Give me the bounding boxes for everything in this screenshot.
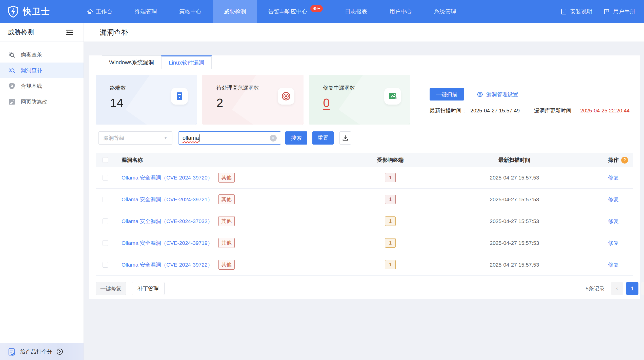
table-row: Ollama 安全漏洞（CVE-2024-37032）其他 1 2025-04-… <box>96 210 633 232</box>
vuln-settings-link[interactable]: 漏洞管理设置 <box>477 91 518 98</box>
vuln-level-select[interactable]: 漏洞等级 ▼ <box>98 131 172 145</box>
record-count: 5条记录 <box>586 285 605 292</box>
col-affected: 受影响终端 <box>360 156 421 164</box>
reset-button[interactable]: 重置 <box>312 131 334 145</box>
vuln-link[interactable]: Ollama 安全漏洞（CVE-2024-39722） <box>122 261 213 268</box>
table-row: Ollama 安全漏洞（CVE-2024-39719）其他 1 2025-04-… <box>96 232 633 254</box>
row-checkbox[interactable] <box>103 218 108 224</box>
scan-time: 2025-04-27 15:57:53 <box>421 240 608 246</box>
row-checkbox[interactable] <box>103 240 108 246</box>
vuln-link[interactable]: Ollama 安全漏洞（CVE-2024-39721） <box>122 196 213 203</box>
actions-panel: 一键扫描 漏洞管理设置 最新扫描时间： 2025-04-27 15:57:49 … <box>430 75 630 125</box>
nav-item-system-mgmt[interactable]: 系统管理 <box>423 0 468 23</box>
nav-item-workbench[interactable]: 工作台 <box>76 0 124 23</box>
sidebar-item-vuln-fix[interactable]: 漏洞查补 <box>0 63 84 78</box>
nav-item-alert-response[interactable]: 告警与响应中心 99+ <box>257 0 334 23</box>
affected-count-badge[interactable]: 1 <box>385 238 396 248</box>
vuln-link[interactable]: Ollama 安全漏洞（CVE-2024-39720） <box>122 174 213 181</box>
db-update-label: 漏洞库更新时间： <box>534 107 577 114</box>
patch-manage-button[interactable]: 补丁管理 <box>132 282 165 295</box>
document-icon <box>560 8 567 15</box>
shield-icon <box>8 82 16 90</box>
main-content: 漏洞查补 Windows系统漏洞 Linux软件漏洞 终端数 14 <box>84 23 644 360</box>
tab-bar: Windows系统漏洞 Linux软件漏洞 <box>102 55 633 69</box>
brand-logo: 快卫士 <box>0 0 76 23</box>
sidebar-header: 威胁检测 <box>0 23 84 42</box>
scan-times: 最新扫描时间： 2025-04-27 15:57:49 漏洞库更新时间： 202… <box>430 107 630 114</box>
sidebar-collapse-icon[interactable] <box>66 29 73 36</box>
tab-linux-vuln[interactable]: Linux软件漏洞 <box>161 55 212 69</box>
col-action: 操作 ? <box>608 156 633 164</box>
page-1-button[interactable]: 1 <box>626 282 638 295</box>
scan-time: 2025-04-27 15:57:53 <box>421 262 608 268</box>
stat-value-fixing-link[interactable]: 0 <box>323 96 355 110</box>
prev-page-button[interactable]: ‹ <box>611 282 623 295</box>
nav-item-terminal-mgmt[interactable]: 终端管理 <box>124 0 168 23</box>
db-update-value: 2025-04-25 22:20:44 <box>580 108 630 114</box>
vuln-scan-icon <box>8 67 16 74</box>
affected-count-badge[interactable]: 1 <box>385 216 396 226</box>
rate-product-button[interactable]: 给产品打个分 <box>0 343 84 360</box>
home-icon <box>87 9 93 15</box>
page-header: 漏洞查补 <box>84 23 644 42</box>
fix-link[interactable]: 修复 <box>608 196 619 203</box>
scan-time: 2025-04-27 15:57:53 <box>421 196 608 203</box>
stat-label: 待处理高危漏洞数 <box>216 84 259 91</box>
table-header: 漏洞名称 受影响终端 最新扫描时间 操作 ? <box>96 153 633 167</box>
row-checkbox[interactable] <box>103 175 108 181</box>
wrench-icon <box>384 88 401 105</box>
terminal-icon <box>171 88 188 105</box>
book-icon <box>603 8 610 15</box>
search-input[interactable]: ollama ✕ <box>178 131 281 145</box>
fix-link[interactable]: 修复 <box>608 261 619 268</box>
scan-button[interactable]: 一键扫描 <box>430 88 464 101</box>
fix-link[interactable]: 修复 <box>608 218 619 225</box>
help-icon[interactable]: ? <box>621 157 628 164</box>
last-scan-label: 最新扫描时间： <box>430 107 467 114</box>
install-guide-link[interactable]: 安装说明 <box>560 8 592 15</box>
fix-link[interactable]: 修复 <box>608 174 619 181</box>
stat-value-terminals: 14 <box>110 96 126 110</box>
sidebar-item-virus-scan[interactable]: 病毒查杀 <box>0 47 84 63</box>
batch-fix-button[interactable]: 一键修复 <box>96 282 126 295</box>
download-button[interactable] <box>339 131 351 145</box>
last-scan-value: 2025-04-27 15:57:49 <box>470 108 520 114</box>
row-checkbox[interactable] <box>103 197 108 202</box>
sidebar: 威胁检测 病毒查杀 漏洞查补 合规基线 <box>0 23 84 360</box>
category-tag: 其他 <box>218 216 235 226</box>
nav-item-user-center[interactable]: 用户中心 <box>378 0 423 23</box>
col-vuln-name: 漏洞名称 <box>115 156 360 164</box>
next-page-button[interactable]: › <box>641 282 644 295</box>
sidebar-menu: 病毒查杀 漏洞查补 合规基线 网页防篡改 <box>0 42 84 110</box>
affected-count-badge[interactable]: 1 <box>385 260 396 269</box>
affected-count-badge[interactable]: 1 <box>385 173 396 182</box>
sidebar-item-webpage-antitamper[interactable]: 网页防篡改 <box>0 94 84 110</box>
vuln-table: 漏洞名称 受影响终端 最新扫描时间 操作 ? Ollama 安全漏洞（CVE-2… <box>96 153 633 276</box>
stat-card-fixing: 修复中漏洞数 0 <box>309 75 410 125</box>
app-window: 快卫士 工作台 终端管理 策略中心 威胁检测 告警与响应中心 99+ 日志报表 … <box>0 0 644 360</box>
text-cursor <box>199 134 200 142</box>
user-manual-link[interactable]: 用户手册 <box>603 8 635 15</box>
pagination: 5条记录 ‹ 1 › <box>586 282 644 295</box>
page-title: 漏洞查补 <box>100 28 128 37</box>
col-scan-time: 最新扫描时间 <box>421 156 608 164</box>
row-checkbox[interactable] <box>103 262 108 268</box>
clear-icon[interactable]: ✕ <box>270 135 277 142</box>
vuln-link[interactable]: Ollama 安全漏洞（CVE-2024-37032） <box>122 218 213 225</box>
nav-item-threat-detection[interactable]: 威胁检测 <box>213 0 257 23</box>
nav-item-log-report[interactable]: 日志报表 <box>334 0 378 23</box>
top-navbar: 快卫士 工作台 终端管理 策略中心 威胁检测 告警与响应中心 99+ 日志报表 … <box>0 0 644 23</box>
search-button[interactable]: 搜索 <box>285 131 307 145</box>
brand-name: 快卫士 <box>23 6 50 17</box>
select-all-checkbox[interactable] <box>103 157 108 163</box>
affected-count-badge[interactable]: 1 <box>385 195 396 204</box>
stat-card-high-risk: 待处理高危漏洞数 2 <box>202 75 304 125</box>
vuln-link[interactable]: Ollama 安全漏洞（CVE-2024-39719） <box>122 239 213 247</box>
fix-link[interactable]: 修复 <box>608 239 619 247</box>
tab-windows-vuln[interactable]: Windows系统漏洞 <box>102 55 161 69</box>
sidebar-item-compliance-baseline[interactable]: 合规基线 <box>0 78 84 94</box>
search-input-value: ollama <box>183 135 199 141</box>
stat-label: 修复中漏洞数 <box>323 84 355 91</box>
nav-item-policy-center[interactable]: 策略中心 <box>168 0 213 23</box>
filter-row: 漏洞等级 ▼ ollama ✕ 搜索 重置 <box>98 131 633 145</box>
